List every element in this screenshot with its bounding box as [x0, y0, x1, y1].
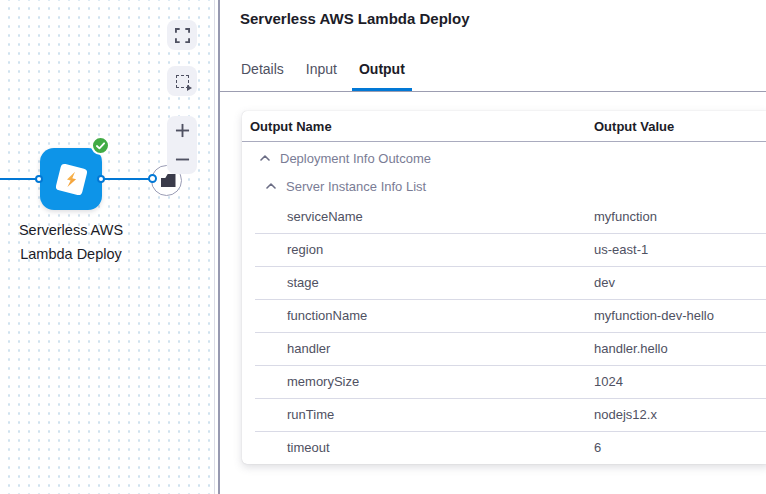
aws-lambda-lightning-icon — [55, 163, 88, 196]
chevron-up-icon — [260, 155, 270, 161]
table-row: region us-east-1 — [242, 233, 766, 266]
marquee-select-button[interactable] — [167, 66, 197, 96]
output-value: 6 — [594, 440, 766, 455]
output-table-card: Output Name Output Value Deployment Info… — [242, 111, 766, 464]
tab-input[interactable]: Input — [306, 51, 337, 91]
tab-details[interactable]: Details — [241, 51, 284, 91]
edge-connector-ring — [148, 174, 157, 183]
panel-title: Serverless AWS Lambda Deploy — [220, 0, 766, 29]
table-row: functionName myfunction-dev-hello — [242, 299, 766, 332]
zoom-controls — [167, 116, 197, 174]
table-row: memorySize 1024 — [242, 365, 766, 398]
group-label: Deployment Info Outcome — [280, 151, 431, 166]
output-value: myfunction-dev-hello — [594, 308, 766, 323]
step-detail-panel: Serverless AWS Lambda Deploy Details Inp… — [220, 0, 766, 494]
output-value: myfunction — [594, 209, 766, 224]
output-value: 1024 — [594, 374, 766, 389]
tab-output[interactable]: Output — [359, 51, 405, 91]
fullscreen-button[interactable] — [167, 20, 197, 50]
canvas-toolbar — [167, 20, 197, 174]
app-window: Serverless AWS Lambda Deploy — [0, 0, 766, 494]
output-value: dev — [594, 275, 766, 290]
node-output-port[interactable] — [97, 175, 105, 183]
group-label: Server Instance Info List — [286, 179, 426, 194]
output-name: handler — [242, 341, 594, 356]
output-name: memorySize — [242, 374, 594, 389]
output-name: region — [242, 242, 594, 257]
table-row: handler handler.hello — [242, 332, 766, 365]
table-row: timeout 6 — [242, 431, 766, 464]
column-header-output-value: Output Value — [594, 119, 766, 134]
step-group-document-icon — [161, 174, 176, 187]
table-row: stage dev — [242, 266, 766, 299]
output-name: timeout — [242, 440, 594, 455]
fullscreen-icon — [175, 28, 190, 43]
output-value: us-east-1 — [594, 242, 766, 257]
table-row: runTime nodejs12.x — [242, 398, 766, 431]
minus-icon — [175, 152, 190, 167]
node-input-port[interactable] — [35, 175, 43, 183]
lambda-deploy-step-node[interactable] — [40, 148, 102, 210]
plus-icon — [175, 123, 190, 138]
group-row-server-instance-info-list[interactable]: Server Instance Info List — [242, 172, 766, 200]
output-value: handler.hello — [594, 341, 766, 356]
output-name: functionName — [242, 308, 594, 323]
zoom-out-button[interactable] — [167, 145, 197, 174]
zoom-in-button[interactable] — [167, 116, 197, 145]
table-body: Deployment Info Outcome Server Instance … — [242, 142, 766, 464]
table-row: serviceName myfunction — [242, 200, 766, 233]
success-check-badge-icon — [91, 136, 110, 155]
table-header: Output Name Output Value — [242, 111, 766, 141]
output-name: stage — [242, 275, 594, 290]
step-node-label: Serverless AWS Lambda Deploy — [9, 218, 133, 266]
chevron-up-icon — [266, 183, 276, 189]
output-name: runTime — [242, 407, 594, 422]
output-value: nodejs12.x — [594, 407, 766, 422]
column-header-output-name: Output Name — [242, 119, 594, 134]
pipeline-canvas[interactable]: Serverless AWS Lambda Deploy — [0, 0, 215, 494]
panel-tabs: Details Input Output — [220, 51, 766, 92]
output-name: serviceName — [242, 209, 594, 224]
group-row-deployment-info-outcome[interactable]: Deployment Info Outcome — [242, 144, 766, 172]
marquee-select-icon — [176, 75, 189, 88]
